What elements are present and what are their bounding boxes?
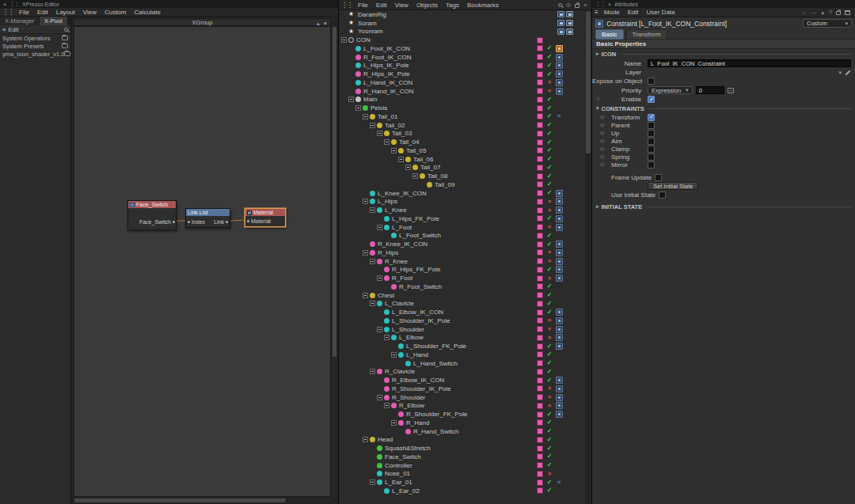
constraint-checkbox-clamp[interactable] [648, 146, 655, 153]
expand-toggle-icon[interactable] [363, 437, 368, 442]
enabled-check-icon[interactable] [547, 190, 553, 196]
constraint-tag-icon[interactable] [556, 334, 563, 341]
material-tag-icon[interactable] [537, 377, 543, 384]
constraint-tag-icon[interactable] [556, 198, 563, 205]
material-tag-icon[interactable] [537, 45, 543, 51]
material-tag-icon[interactable] [537, 199, 543, 205]
tree-row-nose-01[interactable]: Nose_01 [339, 470, 585, 479]
material-tag-icon[interactable] [537, 139, 543, 146]
material-tag-icon[interactable] [537, 37, 543, 44]
tree-row-l-foot-switch[interactable]: L_Foot_Switch [339, 232, 585, 241]
menubar-grip-icon[interactable] [2, 9, 13, 16]
material-tag-icon[interactable] [537, 283, 543, 290]
constraint-tag-icon[interactable] [556, 385, 563, 392]
material-tag-icon[interactable] [537, 335, 543, 341]
tree-row-l-knee-ik-con[interactable]: L_Knee_IK_CON [339, 189, 585, 198]
disabled-x-icon[interactable] [548, 326, 552, 332]
expand-toggle-icon[interactable] [377, 275, 382, 281]
disabled-x-icon[interactable] [548, 199, 552, 205]
constraint-tag-icon[interactable] [556, 190, 563, 197]
enabled-check-icon[interactable] [547, 215, 553, 222]
xpresso-menu-calculate[interactable]: Calculate [130, 9, 164, 16]
disabled-x-icon[interactable] [548, 394, 552, 400]
disabled-x-icon[interactable] [548, 88, 552, 94]
parent-object-icon[interactable] [820, 9, 825, 15]
pool-header-label[interactable]: Edit [8, 26, 18, 33]
keyframe-diamond-icon[interactable] [600, 114, 611, 120]
tab-transform[interactable]: Transform [626, 29, 667, 40]
material-tag-icon[interactable] [537, 54, 543, 60]
enabled-check-icon[interactable] [547, 122, 553, 128]
tree-row-head[interactable]: Head [339, 436, 585, 445]
tree-row-l-ear-01[interactable]: L_Ear_01 [339, 478, 585, 487]
enabled-check-icon[interactable] [547, 113, 553, 119]
pool-item-yma-toon-shader-v1-0[interactable]: yma_toon_shader_v1.0 [0, 50, 70, 58]
constraint-tag-icon[interactable] [556, 394, 563, 401]
frame-update-checkbox[interactable] [655, 174, 662, 181]
keyframe-diamond-icon[interactable] [600, 130, 611, 136]
enabled-check-icon[interactable] [547, 147, 553, 153]
enabled-check-icon[interactable] [547, 139, 553, 146]
expand-toggle-icon[interactable] [377, 131, 382, 136]
tree-row-l-foot[interactable]: L_Foot [339, 223, 585, 232]
vibrate-tag-icon[interactable] [557, 479, 560, 486]
tree-row-r-foot-switch[interactable]: R_Foot_Switch [339, 282, 585, 291]
initial-state-group-header[interactable]: INITIAL STATE [592, 202, 855, 211]
history-forward-icon[interactable] [811, 9, 816, 15]
history-back-icon[interactable] [801, 9, 807, 15]
constraints-group-header[interactable]: CONSTRAINTS [592, 104, 855, 113]
node-header[interactable]: Face_Switch [128, 201, 176, 208]
expand-toggle-icon[interactable] [363, 250, 368, 256]
tree-row-r-elbow-ik-con[interactable]: R_Elbow_IK_CON [339, 376, 585, 385]
attributes-menu-user-data[interactable]: User Data [642, 9, 678, 16]
tree-row-l-hips-ik-pole[interactable]: L_Hips_IK_Pole [339, 62, 585, 70]
material-tag-icon[interactable] [537, 487, 543, 494]
constraint-tag-icon[interactable] [556, 343, 563, 350]
constraint-tag-icon[interactable] [556, 207, 563, 214]
tab-basic[interactable]: Basic [595, 29, 624, 40]
enabled-check-icon[interactable] [547, 309, 553, 316]
constraint-tag-icon[interactable] [556, 79, 563, 86]
enabled-check-icon[interactable] [547, 71, 553, 78]
tree-row-squash-stretch[interactable]: Squash&Stretch [339, 444, 585, 453]
expand-toggle-icon[interactable] [384, 403, 390, 408]
material-tag-icon[interactable] [537, 471, 543, 477]
output-port[interactable] [226, 221, 228, 223]
window-grip-icon[interactable] [10, 1, 19, 7]
enabled-check-icon[interactable] [547, 437, 553, 443]
tree-row-soram[interactable]: Soram [339, 19, 585, 28]
material-tag-icon[interactable] [537, 131, 543, 137]
priority-value-input[interactable]: 0 [696, 86, 724, 94]
tree-row-l-clavicle[interactable]: L_Clavicle [339, 300, 585, 309]
canvas-horizontal-scrollbar[interactable] [74, 498, 331, 503]
tab-x-pool[interactable]: X-Pool [40, 17, 68, 25]
tree-row-r-knee-ik-con[interactable]: R_Knee_IK_CON [339, 240, 585, 248]
object-tree-scrollbar[interactable] [585, 10, 591, 504]
node-header[interactable]: Link List [186, 209, 230, 216]
tree-row-tail-02[interactable]: Tail_02 [339, 121, 585, 130]
constraint-tag-icon[interactable] [556, 266, 563, 273]
material-tag-icon[interactable] [537, 63, 543, 69]
expand-toggle-icon[interactable] [348, 97, 354, 102]
tree-row-r-shoulder[interactable]: R_Shoulder [339, 393, 585, 402]
tree-row-tail-05[interactable]: Tail_05 [339, 146, 585, 155]
constraint-checkbox-spring[interactable] [648, 153, 655, 161]
constraint-tag-icon[interactable] [556, 70, 563, 78]
input-port[interactable] [247, 220, 249, 222]
enabled-check-icon[interactable] [547, 45, 553, 51]
material-tag-icon[interactable] [537, 479, 543, 486]
xpresso-menu-view[interactable]: View [79, 9, 101, 16]
tree-row-r-shoulder-fk-pole[interactable]: R_Shoulder_FK_Pole [339, 410, 585, 419]
expand-toggle-icon[interactable] [370, 259, 375, 264]
constraint-tag-icon[interactable] [556, 275, 563, 282]
disabled-x-icon[interactable] [548, 335, 552, 341]
material-tag-icon[interactable] [537, 428, 543, 434]
keyframe-diamond-icon[interactable] [600, 153, 611, 160]
layer-icon[interactable] [557, 28, 564, 35]
constraint-checkbox-transform[interactable] [648, 114, 655, 121]
enabled-check-icon[interactable] [547, 173, 553, 180]
xpresso-node-material[interactable]: Material Material [245, 208, 286, 227]
node-header[interactable]: Material [245, 209, 285, 216]
tree-row-l-hand[interactable]: L_Hand [339, 351, 585, 359]
tree-row-l-shoulder-ik-pole[interactable]: L_Shoulder_IK_Pole [339, 316, 585, 325]
